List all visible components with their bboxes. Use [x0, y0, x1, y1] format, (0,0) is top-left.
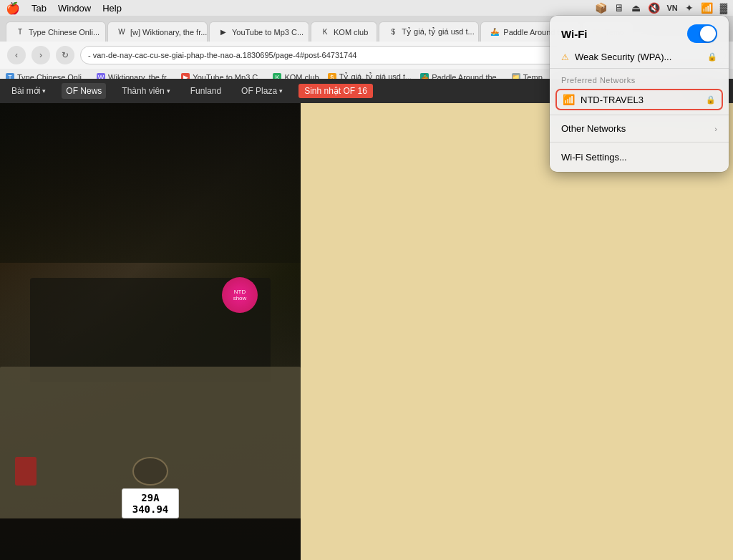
battery-icon: ▓: [720, 2, 727, 14]
nav-arrow-0: ▾: [42, 87, 46, 95]
nav-item-of-plaza[interactable]: OF Plaza ▾: [237, 83, 287, 99]
wifi-divider-2: [550, 115, 729, 115]
address-text: - van-de-nay-cac-cu-se-giai-phap-the-nao…: [88, 51, 356, 59]
wifi-toggle[interactable]: [687, 24, 717, 43]
tab-favicon-3: K: [320, 27, 330, 37]
nav-arrow-4: ▾: [279, 87, 283, 95]
browser-tab-2[interactable]: ▶ YouTube to Mp3 C...: [209, 21, 309, 42]
browser-tab-1[interactable]: W [w] Wiktionary, the fr...: [107, 21, 208, 42]
lock-icon-selected: 🔒: [706, 95, 716, 105]
tab-favicon-4: $: [388, 27, 398, 37]
weak-security-label: Weak Security (WPA)...: [575, 52, 702, 62]
menubar: 🍎 Tab Window Help 📦 🖥 ⏏ 🔇 VN ✦ 📶 ▓: [0, 0, 733, 16]
wifi-weak-security-item[interactable]: ⚠ Weak Security (WPA)... 🔒: [550, 49, 729, 65]
lock-icon-weak: 🔒: [707, 52, 717, 62]
browser-tab-0[interactable]: T Type Chinese Onli...: [6, 21, 106, 42]
forward-button[interactable]: ›: [31, 46, 50, 64]
other-networks-row[interactable]: Other Networks ›: [550, 118, 729, 139]
selected-network-name: NTD-TRAVEL3: [581, 95, 700, 105]
wifi-menu-title: Wi-Fi: [561, 28, 588, 40]
wifi-header: Wi-Fi: [550, 16, 729, 49]
wifi-dropdown: Wi-Fi ⚠ Weak Security (WPA)... 🔒 Preferr…: [550, 16, 729, 172]
bluetooth-icon[interactable]: ✦: [685, 2, 694, 14]
birthday-badge[interactable]: Sinh nhật OF 16: [298, 84, 373, 98]
car-photo: NTDshow 29A 340.94: [0, 103, 301, 560]
tab-favicon-5: 🚣: [490, 27, 500, 37]
selected-network-item[interactable]: 📶 NTD-TRAVEL3 🔒: [555, 89, 723, 110]
tab-menu[interactable]: Tab: [31, 3, 47, 14]
nav-item-funland[interactable]: Funland: [186, 83, 225, 99]
wifi-toggle-knob: [700, 26, 716, 42]
tab-favicon-1: W: [117, 27, 127, 37]
other-networks-label: Other Networks: [561, 123, 626, 134]
nav-item-of-news[interactable]: OF News: [62, 83, 106, 99]
wifi-settings-row[interactable]: Wi-Fi Settings...: [550, 145, 729, 172]
nav-arrow-2: ▾: [167, 87, 170, 95]
browser-tab-4[interactable]: $ Tỷ giá, tỷ giá usd t...: [379, 21, 479, 42]
wifi-divider-1: [550, 68, 729, 69]
wifi-settings-label: Wi-Fi Settings...: [561, 152, 627, 163]
help-menu[interactable]: Help: [102, 3, 122, 14]
nav-item-bai-moi[interactable]: Bài mới ▾: [7, 83, 50, 99]
tab-favicon-0: T: [15, 27, 25, 37]
chevron-right-icon: ›: [714, 125, 717, 133]
browser-tab-3[interactable]: K KOM club: [311, 21, 377, 42]
nav-item-thanh-vien[interactable]: Thành viên ▾: [117, 83, 174, 99]
dropbox-icon[interactable]: 📦: [595, 2, 607, 14]
eject-icon[interactable]: ⏏: [631, 2, 641, 14]
wifi-divider-3: [550, 142, 729, 143]
license-line2: 340.94: [130, 503, 171, 515]
back-button[interactable]: ‹: [7, 46, 26, 64]
window-menu[interactable]: Window: [58, 3, 91, 14]
license-line1: 29A: [130, 492, 171, 503]
preferred-networks-label: Preferred Networks: [550, 72, 729, 87]
apple-menu[interactable]: 🍎: [6, 1, 20, 15]
selected-network-container: 📶 NTD-TRAVEL3 🔒: [550, 87, 729, 112]
car-sticker: NTDshow: [222, 277, 258, 313]
input-source-icon[interactable]: VN: [667, 4, 678, 12]
warning-icon: ⚠: [561, 52, 569, 62]
wifi-menubar-icon[interactable]: 📶: [701, 2, 713, 14]
menubar-right: 📦 🖥 ⏏ 🔇 VN ✦ 📶 ▓: [595, 2, 728, 14]
tab-favicon-2: ▶: [218, 27, 228, 37]
wifi-signal-icon: 📶: [563, 94, 575, 105]
car-image: NTDshow 29A 340.94: [0, 103, 301, 560]
volume-icon[interactable]: 🔇: [648, 2, 660, 14]
reload-button[interactable]: ↻: [56, 46, 74, 64]
menubar-left: 🍎 Tab Window Help: [6, 1, 122, 15]
display-icon[interactable]: 🖥: [614, 2, 624, 14]
